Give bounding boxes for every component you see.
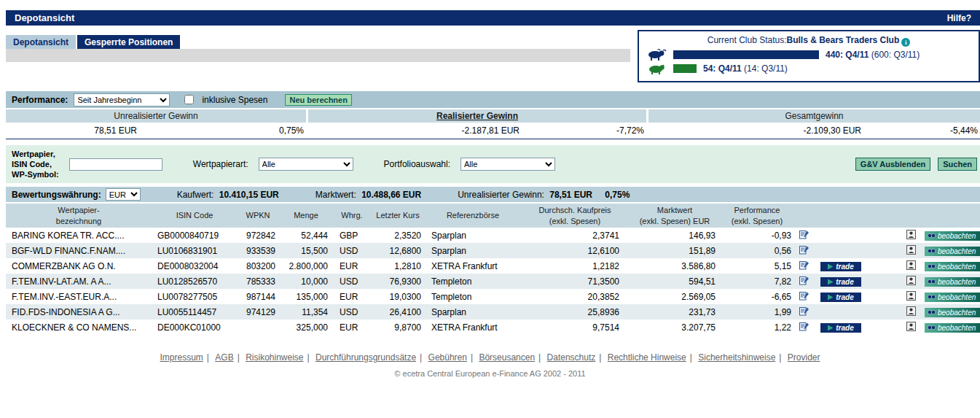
note-cell: [794, 304, 815, 320]
note-icon[interactable]: [799, 260, 810, 272]
page-title: Depotansicht: [15, 12, 74, 23]
wpkn-cell: 974129: [238, 304, 278, 320]
currency-cell: EUR: [334, 258, 370, 274]
toggle-gv-button[interactable]: G&V Ausblenden: [855, 158, 930, 171]
isin-code-cell: LU0106831901: [152, 243, 238, 258]
valuation-currency-select[interactable]: EUR: [106, 188, 141, 201]
title-bar: Depotansicht Hilfe?: [6, 10, 980, 26]
footer-link-impressum[interactable]: Impressum: [160, 352, 203, 363]
trade-button[interactable]: trade: [820, 277, 861, 287]
footer-link-provider[interactable]: Provider: [788, 352, 820, 363]
info-icon[interactable]: [906, 322, 916, 333]
quantity-cell: 325,000: [278, 320, 334, 335]
info-cell: [867, 289, 922, 304]
last-price-cell: 2,3520: [370, 228, 426, 243]
footer-link-boerseusancen[interactable]: Börseusancen: [479, 352, 535, 363]
security-name-cell: KLOECKNER & CO NAMENS...: [6, 320, 152, 335]
search-button[interactable]: Suchen: [938, 158, 977, 171]
note-icon[interactable]: [799, 322, 810, 333]
recalculate-button[interactable]: Neu berechnen: [285, 94, 351, 106]
info-icon[interactable]: [906, 260, 916, 272]
binoculars-icon: [928, 233, 936, 239]
tab-gesperrte-positionen[interactable]: Gesperrte Positionen: [77, 35, 180, 50]
realized-gain-percent: -7,72%: [520, 125, 646, 136]
tab-depotansicht[interactable]: Depotansicht: [6, 35, 76, 50]
trade-button[interactable]: trade: [820, 293, 861, 302]
trade-button[interactable]: trade: [820, 323, 861, 333]
footer-link-risikohinweise[interactable]: Risikohinweise: [246, 352, 303, 363]
security-type-label: Wertpapierart:: [193, 159, 248, 169]
realized-gain-values: -2.187,81 EUR -7,72%: [308, 123, 646, 139]
info-circle-icon[interactable]: [901, 38, 910, 47]
binoculars-icon: [928, 263, 936, 269]
security-search-input[interactable]: [69, 158, 162, 171]
market-value-cell: 231,73: [630, 304, 720, 320]
info-icon[interactable]: [906, 276, 916, 287]
note-icon[interactable]: [799, 245, 810, 257]
reference-exchange-cell: Sparplan: [426, 304, 520, 320]
unrealized-gain-percent: 0,75%: [137, 125, 306, 136]
bull-current-value: 440: Q4/11: [826, 50, 869, 60]
help-link[interactable]: Hilfe?: [947, 13, 971, 23]
last-price-cell: 76,9300: [370, 274, 426, 289]
footer-link-rechtliche-hinweise[interactable]: Rechtliche Hinweise: [608, 352, 686, 363]
security-type-select[interactable]: Alle: [259, 158, 353, 171]
watch-button[interactable]: beobachten: [925, 293, 980, 302]
binoculars-icon: [928, 294, 936, 300]
info-cell: [867, 243, 922, 258]
currency-cell: USD: [334, 304, 370, 320]
portfolio-select[interactable]: Alle: [460, 158, 555, 171]
watch-button[interactable]: beobachten: [925, 247, 980, 256]
market-value: 10.488,66 EUR: [361, 190, 421, 200]
total-gain-percent: -5,44%: [861, 125, 980, 136]
performance-period-select[interactable]: Seit Jahresbeginn: [74, 93, 170, 107]
footer-link-datenschutz[interactable]: Datenschutz: [547, 352, 596, 363]
watch-button[interactable]: beobachten: [925, 262, 980, 271]
watch-button[interactable]: beobachten: [925, 231, 980, 241]
info-icon[interactable]: [906, 291, 916, 303]
footer-separator: |: [690, 352, 692, 363]
footer-link-sicherheitshinweise[interactable]: Sicherheitshinweise: [698, 352, 775, 363]
quantity-cell: 15,500: [278, 243, 334, 258]
watch-button[interactable]: beobachten: [925, 323, 980, 333]
note-icon[interactable]: [799, 276, 810, 287]
note-icon[interactable]: [799, 306, 810, 318]
quantity-cell: 135,000: [278, 289, 334, 304]
info-icon[interactable]: [906, 245, 916, 257]
include-fees-checkbox[interactable]: [184, 95, 194, 104]
note-icon[interactable]: [799, 230, 810, 241]
col-header-isin: ISIN Code: [152, 204, 238, 228]
col-header-name: Wertpapier-bezeichnung: [6, 204, 152, 228]
watch-button[interactable]: beobachten: [925, 308, 980, 317]
isin-code-cell: DE000KC01000: [152, 320, 238, 335]
reference-exchange-cell: Sparplan: [426, 243, 520, 258]
footer-link-durchfuehrungsgrundsaetze[interactable]: Durchführungsgrundsätze: [315, 352, 416, 363]
footer-link-agb[interactable]: AGB: [215, 352, 233, 363]
note-icon[interactable]: [799, 291, 810, 303]
info-icon[interactable]: [906, 306, 916, 318]
positions-header-row: Wertpapier-bezeichnung ISIN Code WPKN Me…: [6, 204, 980, 228]
bear-status-row: 54: Q4/11 (14: Q3/11): [646, 63, 979, 74]
note-cell: [794, 289, 815, 304]
club-status-title: Current Club Status:Bulls & Bears Trader…: [639, 35, 979, 47]
col-header-menge: Menge: [278, 204, 334, 228]
info-cell: [867, 274, 922, 289]
trade-button-label: trade: [836, 323, 853, 333]
club-status-label: Current Club Status:: [707, 35, 787, 45]
unrealized-gain-group: Unrealisierter Gewinn: 78,51 EUR 0,75%: [458, 190, 630, 200]
last-price-cell: 26,4100: [370, 304, 426, 320]
footer-link-gebuehren[interactable]: Gebühren: [428, 352, 467, 363]
reference-exchange-cell: Templeton: [426, 274, 520, 289]
info-icon[interactable]: [906, 230, 916, 241]
info-cell: [867, 304, 922, 320]
market-value-label: Marktwert:: [315, 190, 356, 200]
club-name: Bulls & Bears Traders Club: [787, 35, 900, 45]
footer-separator: |: [471, 352, 473, 363]
isin-code-cell: DE0008032004: [152, 258, 238, 274]
trade-cell: trade: [815, 289, 867, 304]
note-cell: [794, 274, 815, 289]
gain-col-realized-label[interactable]: Realisierter Gewinn: [436, 111, 518, 121]
watch-button[interactable]: beobachten: [925, 277, 980, 287]
trade-button[interactable]: trade: [820, 262, 861, 271]
security-search-label-line1: Wertpapier,: [12, 149, 59, 159]
